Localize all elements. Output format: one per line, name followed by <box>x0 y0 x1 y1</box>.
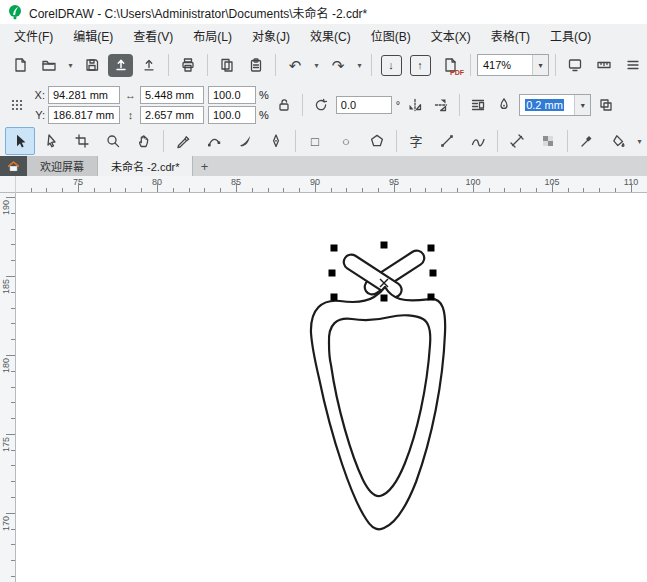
ellipse-tool-button[interactable]: ○ <box>331 127 361 155</box>
object-width-field[interactable]: 5.448 mm <box>140 86 204 104</box>
x-position-field[interactable]: 94.281 mm <box>48 86 120 104</box>
handle-top-middle[interactable] <box>381 242 388 249</box>
object-width-icon: ↔ <box>124 89 137 101</box>
import-button[interactable]: ↓ <box>378 52 404 78</box>
pen-tool-button[interactable] <box>261 127 291 155</box>
show-rulers-button[interactable] <box>591 52 617 78</box>
mirror-horizontal-button[interactable] <box>404 94 426 116</box>
handle-bottom-middle[interactable] <box>381 295 388 302</box>
menu-view[interactable]: 查看(V) <box>123 24 183 47</box>
redo-button[interactable]: ↷ <box>325 52 351 78</box>
two-point-line-tool-button[interactable] <box>432 127 462 155</box>
vruler-number: 185 <box>1 279 11 294</box>
toolbar-separator <box>371 54 372 76</box>
publish-pdf-button[interactable]: PDF <box>436 52 464 78</box>
horizontal-ruler[interactable]: 75 80 85 90 95 100 105 110 <box>16 176 647 193</box>
scale-y-field[interactable]: 100.0 <box>208 106 256 124</box>
zoom-tool-button[interactable] <box>98 127 128 155</box>
zoom-dropdown-icon[interactable]: ▾ <box>532 55 548 75</box>
shape-tool-button[interactable] <box>36 127 66 155</box>
rotation-angle-field[interactable]: 0.0 <box>336 96 392 114</box>
tab-welcome-screen[interactable]: 欢迎屏幕 <box>27 156 98 176</box>
vertical-ruler[interactable]: 190 185 180 175 170 <box>0 193 16 582</box>
menu-object[interactable]: 对象(J) <box>242 24 300 47</box>
y-position-field[interactable]: 186.817 mm <box>48 106 120 124</box>
drawing-canvas[interactable] <box>16 193 647 582</box>
cloud-sync-button[interactable] <box>136 52 162 78</box>
redo-dropdown[interactable]: ▾ <box>354 52 365 78</box>
handle-top-left[interactable] <box>331 245 338 252</box>
polygon-tool-button[interactable] <box>362 127 392 155</box>
options-button[interactable] <box>620 52 646 78</box>
save-button[interactable] <box>79 52 105 78</box>
dimension-tool-button[interactable] <box>502 127 532 155</box>
menu-bitmaps[interactable]: 位图(B) <box>361 24 421 47</box>
menu-bar: 文件(F) 编辑(E) 查看(V) 布局(L) 对象(J) 效果(C) 位图(B… <box>0 24 647 46</box>
freehand-tool-button[interactable] <box>168 127 198 155</box>
crop-tool-button[interactable] <box>67 127 97 155</box>
handle-bottom-left[interactable] <box>331 294 338 301</box>
open-dropdown[interactable]: ▾ <box>65 52 76 78</box>
toolbar-separator <box>470 54 471 76</box>
undo-button[interactable]: ↶ <box>282 52 308 78</box>
handle-bottom-right[interactable] <box>428 294 435 301</box>
to-front-button[interactable] <box>595 94 617 116</box>
toolbar-separator <box>555 54 556 76</box>
new-document-button[interactable] <box>7 52 33 78</box>
object-origin-button[interactable] <box>6 94 28 116</box>
mirror-vertical-button[interactable] <box>430 94 452 116</box>
coreldraw-logo-icon <box>7 4 23 20</box>
handle-middle-left[interactable] <box>329 270 336 277</box>
toolbox-separator <box>567 130 568 152</box>
toolbox-separator <box>396 130 397 152</box>
menu-layout[interactable]: 布局(L) <box>183 24 242 47</box>
toolbar-separator <box>168 54 169 76</box>
artistic-media-tool-button[interactable] <box>230 127 260 155</box>
cloud-upload-button[interactable] <box>108 54 133 77</box>
menu-file[interactable]: 文件(F) <box>4 24 63 47</box>
toolbar-separator <box>275 54 276 76</box>
undo-dropdown[interactable]: ▾ <box>311 52 322 78</box>
pan-tool-button[interactable] <box>129 127 159 155</box>
redo-icon: ↷ <box>332 58 345 73</box>
menu-tools[interactable]: 工具(O) <box>540 24 601 47</box>
outline-width-combobox[interactable]: 0.2 mm ▾ <box>519 94 591 116</box>
toolbox: □ ○ 字 ▾ <box>0 126 647 157</box>
outline-width-dropdown-icon[interactable]: ▾ <box>574 95 590 115</box>
interactive-fill-tool-button[interactable] <box>603 127 633 155</box>
transparency-tool-button[interactable] <box>533 127 563 155</box>
fullscreen-preview-button[interactable] <box>562 52 588 78</box>
object-height-field[interactable]: 2.657 mm <box>140 106 204 124</box>
menu-edit[interactable]: 编辑(E) <box>63 24 123 47</box>
wrap-text-button[interactable] <box>467 94 489 116</box>
paste-button[interactable] <box>243 52 269 78</box>
handle-middle-right[interactable] <box>430 270 437 277</box>
lock-ratio-button[interactable] <box>273 94 295 116</box>
percent-label: % <box>259 89 269 101</box>
pick-tool-button[interactable] <box>5 127 35 155</box>
home-tab[interactable] <box>0 156 27 176</box>
bspline-tool-button[interactable] <box>463 127 493 155</box>
bezier-tool-button[interactable] <box>199 127 229 155</box>
print-button[interactable] <box>175 52 201 78</box>
open-document-button[interactable] <box>36 52 62 78</box>
copy-button[interactable] <box>214 52 240 78</box>
fill-tool-dropdown[interactable]: ▾ <box>634 128 645 154</box>
carrot-drawing[interactable] <box>16 193 647 582</box>
scale-x-field[interactable]: 100.0 <box>208 86 256 104</box>
text-tool-button[interactable]: 字 <box>401 127 431 155</box>
coreldraw-window: CorelDRAW - C:\Users\Administrator\Docum… <box>0 0 647 582</box>
home-icon <box>6 159 21 173</box>
zoom-level-combobox[interactable]: 417% ▾ <box>477 54 549 76</box>
menu-table[interactable]: 表格(T) <box>481 24 540 47</box>
rectangle-tool-button[interactable]: □ <box>300 127 330 155</box>
tab-document[interactable]: 未命名 -2.cdr* <box>98 156 193 176</box>
export-button[interactable]: ↑ <box>407 52 433 78</box>
menu-effects[interactable]: 效果(C) <box>300 24 361 47</box>
carrot-body-outline[interactable] <box>311 287 445 529</box>
new-document-tab-button[interactable]: + <box>193 156 215 176</box>
ruler-origin-box[interactable] <box>0 176 16 193</box>
menu-text[interactable]: 文本(X) <box>421 24 481 47</box>
handle-top-right[interactable] <box>428 245 435 252</box>
eyedropper-tool-button[interactable] <box>572 127 602 155</box>
